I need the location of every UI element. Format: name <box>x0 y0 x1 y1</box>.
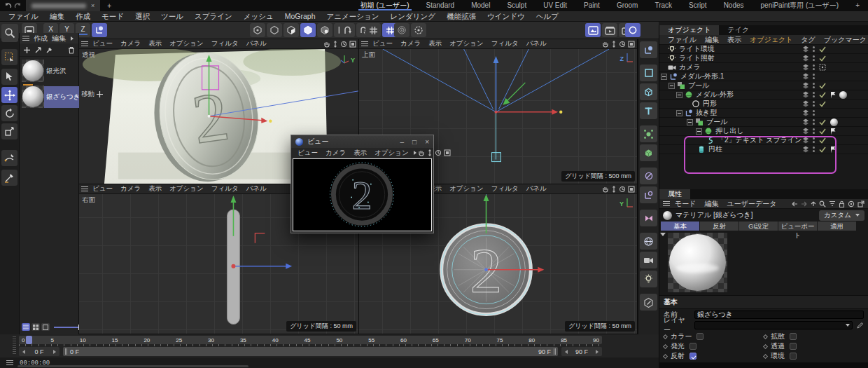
material-preview-image[interactable] <box>668 233 727 292</box>
object-label[interactable]: 円柱 <box>708 144 722 154</box>
phong-tag-icon[interactable] <box>830 146 836 154</box>
up-icon[interactable] <box>811 200 816 207</box>
pan-hand-icon[interactable] <box>323 41 330 48</box>
layer-stack-icon[interactable] <box>802 55 809 62</box>
visibility-dots[interactable] <box>813 101 815 107</box>
live-selection-tool[interactable] <box>1 49 18 65</box>
interactive-render-button[interactable] <box>625 23 640 37</box>
external-window-icon[interactable] <box>858 200 864 207</box>
add-material-icon[interactable] <box>23 46 31 54</box>
channel-checkbox-diffusion[interactable] <box>790 333 797 340</box>
layer-stack-icon[interactable] <box>802 46 809 53</box>
vp-menu-camera[interactable]: カメラ <box>117 184 144 193</box>
edit-layer-icon[interactable] <box>857 322 864 329</box>
collapse-expander[interactable] <box>687 119 693 125</box>
vp-menu-filter[interactable]: フィルタ <box>488 184 522 193</box>
zoom-updown-icon[interactable] <box>332 41 338 48</box>
menu-overflow-icon[interactable] <box>414 151 416 155</box>
vp-menu-options[interactable]: オプション <box>371 149 412 158</box>
vp-menu-options[interactable]: オプション <box>446 39 487 48</box>
material-name[interactable]: 銀光沢 <box>44 60 69 82</box>
edges-mode-button[interactable] <box>267 23 282 37</box>
maximize-view-icon[interactable] <box>628 41 635 48</box>
redo-icon[interactable] <box>14 2 22 9</box>
rotate-tool[interactable] <box>1 105 18 121</box>
visibility-dots[interactable] <box>813 92 815 97</box>
floating-view-window[interactable]: ビュー – □ × ビュー カメラ 表示 オプション <box>290 135 434 233</box>
attr-menu-mode[interactable]: モード <box>671 199 699 209</box>
visibility-dots[interactable] <box>813 128 815 134</box>
tree-row-cutting-die[interactable]: 抜き型 <box>659 109 868 118</box>
phong-tag-icon[interactable] <box>830 128 836 135</box>
tree-row-circle-spline[interactable]: 円形 <box>659 100 868 109</box>
enabled-check-icon[interactable] <box>819 55 826 62</box>
om-menu-bookmarks[interactable]: ブックマーク <box>820 35 868 45</box>
channel-checkbox-reflectance[interactable] <box>690 353 696 360</box>
tab-attributes[interactable]: 属性 <box>659 189 690 199</box>
grid-view-button[interactable] <box>31 323 40 331</box>
pan-hand-icon[interactable] <box>602 41 609 48</box>
layer-stack-icon[interactable] <box>802 64 809 71</box>
menu-window[interactable]: ウインドウ <box>482 11 531 22</box>
texture-mode-button[interactable] <box>317 23 332 37</box>
section-header[interactable]: 基本 <box>659 295 868 309</box>
quantize-settings-button[interactable] <box>411 23 426 37</box>
add-layout-tab-button[interactable]: + <box>847 0 868 11</box>
channel-checkbox-environment[interactable] <box>790 353 797 360</box>
object-label[interactable]: ライト照射 <box>679 53 715 63</box>
attr-tab-basic[interactable]: 基本 <box>661 222 699 231</box>
menu-extensions[interactable]: 機能拡張 <box>441 11 482 22</box>
menu-help[interactable]: ヘルプ <box>531 11 564 22</box>
undo-icon[interactable] <box>4 2 12 9</box>
attr-menu-userdata[interactable]: ユーザーデータ <box>723 199 780 209</box>
layout-tab[interactable]: Track <box>646 0 680 11</box>
model-mode-button[interactable] <box>300 23 316 37</box>
object-label[interactable]: ライト環境 <box>679 44 715 54</box>
end-frame-value[interactable]: 90 F <box>573 348 590 355</box>
render-picture-viewer-button[interactable] <box>602 23 617 37</box>
visibility-dots[interactable] <box>813 74 815 79</box>
spinner-right-icon[interactable] <box>596 350 598 354</box>
v p-menu-view[interactable]: ビュー <box>369 39 396 48</box>
range-end-grip[interactable] <box>554 348 556 355</box>
layout-tab[interactable]: Groom <box>608 0 647 11</box>
spline-pen-tool[interactable] <box>1 150 18 166</box>
close-button[interactable]: × <box>425 138 429 146</box>
vp-menu-panel[interactable]: パネル <box>243 39 270 48</box>
expand-diamond-icon[interactable] <box>763 353 768 358</box>
layer-stack-icon[interactable] <box>802 100 809 107</box>
enabled-check-icon[interactable] <box>819 128 826 135</box>
vp-menu-options[interactable]: オプション <box>446 184 487 193</box>
visibility-dots[interactable] <box>813 119 815 125</box>
visibility-dots[interactable] <box>813 83 815 88</box>
range-start-grip[interactable] <box>65 348 67 355</box>
window-titlebar[interactable]: ビュー – □ × <box>291 135 433 148</box>
enabled-check-icon[interactable] <box>819 146 826 153</box>
pan-hand-icon[interactable] <box>602 186 609 193</box>
layout-tab[interactable]: peniPaint専用 (ユーザー) <box>752 0 848 11</box>
maximize-view-icon[interactable] <box>444 149 451 156</box>
minimize-button[interactable]: – <box>400 138 405 146</box>
vp-menu-display[interactable]: 表示 <box>350 149 370 158</box>
forward-icon[interactable] <box>801 201 808 207</box>
rotate-view-icon[interactable] <box>340 41 347 48</box>
vp-menu-panel[interactable]: パネル <box>523 39 550 48</box>
layout-tab[interactable]: Script <box>680 0 715 11</box>
hamburger-icon[interactable] <box>361 41 368 46</box>
material-item-selected[interactable]: 銀ざらつき <box>22 85 78 109</box>
back-icon[interactable] <box>791 201 798 207</box>
channel-checkbox-luminance[interactable] <box>690 343 696 350</box>
tab-objects[interactable]: オブジェクト <box>659 25 719 35</box>
attr-tab-gi[interactable]: GI設定 <box>739 222 778 231</box>
maximize-view-icon[interactable] <box>349 41 356 48</box>
material-thumbnail[interactable] <box>22 60 44 82</box>
menu-animation[interactable]: アニメーション <box>321 11 384 22</box>
vp-menu-camera[interactable]: カメラ <box>322 149 349 158</box>
menu-edit[interactable]: 編集 <box>44 11 70 22</box>
visibility-dots[interactable] <box>813 64 815 70</box>
pick-material-icon[interactable] <box>46 46 53 54</box>
generator-cube-button[interactable] <box>640 144 657 161</box>
object-label[interactable]: ブール <box>706 117 727 127</box>
layout-tab[interactable]: Paint <box>575 0 608 11</box>
layer-stack-icon[interactable] <box>802 91 809 98</box>
